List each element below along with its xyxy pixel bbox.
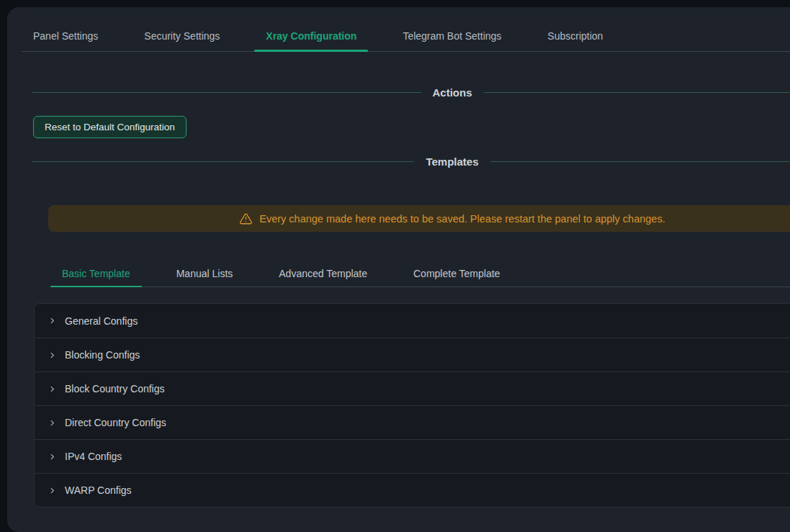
tab-security-settings[interactable]: Security Settings [133,30,231,51]
accordion-item-general-configs[interactable]: General Configs [35,304,790,338]
template-tab-bar: Basic Template Manual Lists Advanced Tem… [50,261,790,287]
chevron-right-icon [48,351,56,359]
accordion-item-label: Blocking Configs [65,349,140,361]
tab-manual-lists[interactable]: Manual Lists [165,261,245,287]
chevron-right-icon [48,419,56,427]
accordion-item-label: IPv4 Configs [65,451,122,462]
actions-section-title: Actions [433,86,472,99]
tab-subscription[interactable]: Subscription [536,30,614,51]
warning-alert-message: Every change made here needs to be saved… [259,213,665,225]
chevron-right-icon [48,487,56,495]
tab-panel-settings[interactable]: Panel Settings [22,30,109,51]
actions-divider: Actions [32,86,790,99]
tab-complete-template[interactable]: Complete Template [402,261,511,287]
chevron-right-icon [48,317,56,325]
divider-line [490,161,790,162]
accordion-item-label: WARP Configs [65,484,132,496]
divider-line [32,92,421,93]
templates-section-title: Templates [426,155,478,168]
reset-to-default-button[interactable]: Reset to Default Configuration [33,116,187,138]
accordion-item-blocking-configs[interactable]: Blocking Configs [35,338,790,371]
accordion-item-direct-country-configs[interactable]: Direct Country Configs [35,405,790,439]
chevron-right-icon [48,385,56,393]
accordion-item-block-country-configs[interactable]: Block Country Configs [35,371,790,405]
tab-xray-configuration[interactable]: Xray Configuration [254,30,368,51]
divider-line [32,161,414,162]
accordion-item-warp-configs[interactable]: WARP Configs [35,473,790,507]
accordion-item-label: Block Country Configs [65,383,165,395]
tab-advanced-template[interactable]: Advanced Template [267,261,379,287]
tab-telegram-bot-settings[interactable]: Telegram Bot Settings [391,30,513,51]
chevron-right-icon [48,453,56,461]
settings-card: Panel Settings Security Settings Xray Co… [7,7,790,532]
accordion-item-label: Direct Country Configs [65,417,166,428]
divider-line [484,92,790,93]
templates-divider: Templates [32,155,790,168]
main-tab-bar: Panel Settings Security Settings Xray Co… [22,7,790,52]
restart-warning-alert: Every change made here needs to be saved… [48,205,790,232]
tab-basic-template[interactable]: Basic Template [50,261,142,287]
accordion-item-ipv4-configs[interactable]: IPv4 Configs [35,439,790,473]
warning-triangle-icon [239,212,253,225]
configs-accordion: General Configs Blocking Configs Block C… [34,303,790,508]
accordion-item-label: General Configs [65,315,138,327]
